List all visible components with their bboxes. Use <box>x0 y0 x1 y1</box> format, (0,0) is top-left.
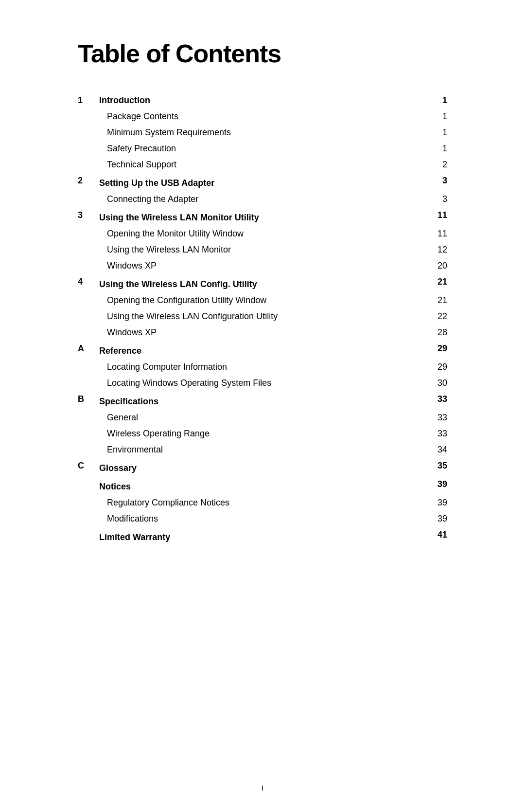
toc-subsection-indent <box>78 108 97 125</box>
toc-subsection-page: 33 <box>418 410 447 426</box>
toc-subsection-title: Safety Precaution <box>97 141 418 157</box>
toc-section-title: Using the Wireless LAN Monitor Utility <box>97 207 418 226</box>
toc-subsection-indent <box>78 359 97 375</box>
toc-subsection-title: Package Contents <box>97 108 418 125</box>
toc-section-page: 33 <box>418 391 447 410</box>
toc-subsection-title: Connecting the Adapter <box>97 191 418 207</box>
toc-subsection-row: Connecting the Adapter3 <box>78 191 447 207</box>
toc-subsection-page: 22 <box>418 308 447 325</box>
toc-section-number: C <box>78 458 97 476</box>
toc-subsection-title: General <box>97 410 418 426</box>
toc-section-title: Notices <box>97 476 418 495</box>
toc-section-title: Introduction <box>97 92 418 108</box>
toc-subsection-indent <box>78 191 97 207</box>
toc-subsection-page: 39 <box>418 495 447 511</box>
toc-subsection-title: Locating Computer Information <box>97 359 418 375</box>
toc-subsection-indent <box>78 495 97 511</box>
toc-subsection-page: 20 <box>418 258 447 274</box>
toc-section-row: 1Introduction1 <box>78 92 447 108</box>
toc-subsection-row: Windows XP28 <box>78 325 447 341</box>
toc-section-number: B <box>78 391 97 410</box>
toc-section-number: 1 <box>78 92 97 108</box>
toc-section-title: Specifications <box>97 391 418 410</box>
page: Table of Contents 1Introduction1Package … <box>0 0 525 812</box>
toc-section-row: BSpecifications33 <box>78 391 447 410</box>
toc-section-number <box>78 476 97 495</box>
toc-subsection-title: Windows XP <box>97 258 418 274</box>
toc-section-page: 41 <box>418 527 447 545</box>
toc-subsection-page: 1 <box>418 125 447 141</box>
toc-subsection-page: 34 <box>418 442 447 458</box>
toc-section-page: 21 <box>418 274 447 292</box>
toc-subsection-indent <box>78 442 97 458</box>
toc-subsection-row: Regulatory Compliance Notices39 <box>78 495 447 511</box>
toc-section-title: Reference <box>97 341 418 359</box>
toc-section-row: Notices39 <box>78 476 447 495</box>
toc-subsection-page: 3 <box>418 191 447 207</box>
toc-section-row: 3Using the Wireless LAN Monitor Utility1… <box>78 207 447 226</box>
toc-subsection-indent <box>78 511 97 527</box>
toc-subsection-page: 33 <box>418 426 447 442</box>
toc-section-number: A <box>78 341 97 359</box>
toc-section-number: 2 <box>78 173 97 191</box>
toc-section-row: 2Setting Up the USB Adapter3 <box>78 173 447 191</box>
page-footer: i <box>0 784 525 793</box>
toc-subsection-indent <box>78 226 97 242</box>
toc-subsection-page: 1 <box>418 108 447 125</box>
toc-subsection-title: Opening the Monitor Utility Window <box>97 226 418 242</box>
toc-subsection-row: General33 <box>78 410 447 426</box>
toc-subsection-title: Opening the Configuration Utility Window <box>97 292 418 308</box>
toc-section-page: 35 <box>418 458 447 476</box>
toc-subsection-indent <box>78 242 97 258</box>
toc-subsection-title: Wireless Operating Range <box>97 426 418 442</box>
toc-section-number: 4 <box>78 274 97 292</box>
toc-subsection-page: 28 <box>418 325 447 341</box>
toc-section-number: 3 <box>78 207 97 226</box>
toc-subsection-page: 29 <box>418 359 447 375</box>
page-title: Table of Contents <box>78 39 447 68</box>
toc-subsection-row: Minimum System Requirements1 <box>78 125 447 141</box>
toc-section-row: AReference29 <box>78 341 447 359</box>
toc-section-page: 3 <box>418 173 447 191</box>
toc-subsection-row: Using the Wireless LAN Configuration Uti… <box>78 308 447 325</box>
toc-subsection-row: Technical Support2 <box>78 157 447 173</box>
toc-subsection-row: Locating Computer Information29 <box>78 359 447 375</box>
toc-section-title: Limited Warranty <box>97 527 418 545</box>
toc-subsection-row: Opening the Monitor Utility Window11 <box>78 226 447 242</box>
toc-section-number <box>78 527 97 545</box>
toc-subsection-title: Technical Support <box>97 157 418 173</box>
toc-subsection-page: 39 <box>418 511 447 527</box>
toc-subsection-title: Using the Wireless LAN Monitor <box>97 242 418 258</box>
toc-section-title: Using the Wireless LAN Config. Utility <box>97 274 418 292</box>
toc-section-page: 1 <box>418 92 447 108</box>
toc-subsection-title: Regulatory Compliance Notices <box>97 495 418 511</box>
toc-section-row: CGlossary35 <box>78 458 447 476</box>
toc-subsection-page: 11 <box>418 226 447 242</box>
toc-subsection-row: Package Contents1 <box>78 108 447 125</box>
footer-page-number: i <box>262 784 263 792</box>
toc-subsection-title: Modifications <box>97 511 418 527</box>
toc-subsection-indent <box>78 375 97 391</box>
toc-subsection-indent <box>78 258 97 274</box>
toc-subsection-row: Opening the Configuration Utility Window… <box>78 292 447 308</box>
toc-subsection-indent <box>78 426 97 442</box>
toc-subsection-title: Locating Windows Operating System Files <box>97 375 418 391</box>
toc-subsection-row: Locating Windows Operating System Files3… <box>78 375 447 391</box>
toc-subsection-row: Windows XP20 <box>78 258 447 274</box>
toc-subsection-row: Modifications39 <box>78 511 447 527</box>
toc-subsection-page: 21 <box>418 292 447 308</box>
toc-section-title: Glossary <box>97 458 418 476</box>
toc-subsection-indent <box>78 141 97 157</box>
toc-subsection-title: Windows XP <box>97 325 418 341</box>
toc-section-page: 29 <box>418 341 447 359</box>
toc-section-page: 39 <box>418 476 447 495</box>
toc-section-row: 4Using the Wireless LAN Config. Utility2… <box>78 274 447 292</box>
toc-subsection-page: 30 <box>418 375 447 391</box>
toc-subsection-row: Wireless Operating Range33 <box>78 426 447 442</box>
toc-table: 1Introduction1Package Contents1Minimum S… <box>78 92 447 545</box>
toc-subsection-page: 2 <box>418 157 447 173</box>
toc-section-page: 11 <box>418 207 447 226</box>
toc-subsection-indent <box>78 308 97 325</box>
toc-section-row: Limited Warranty41 <box>78 527 447 545</box>
toc-subsection-title: Minimum System Requirements <box>97 125 418 141</box>
